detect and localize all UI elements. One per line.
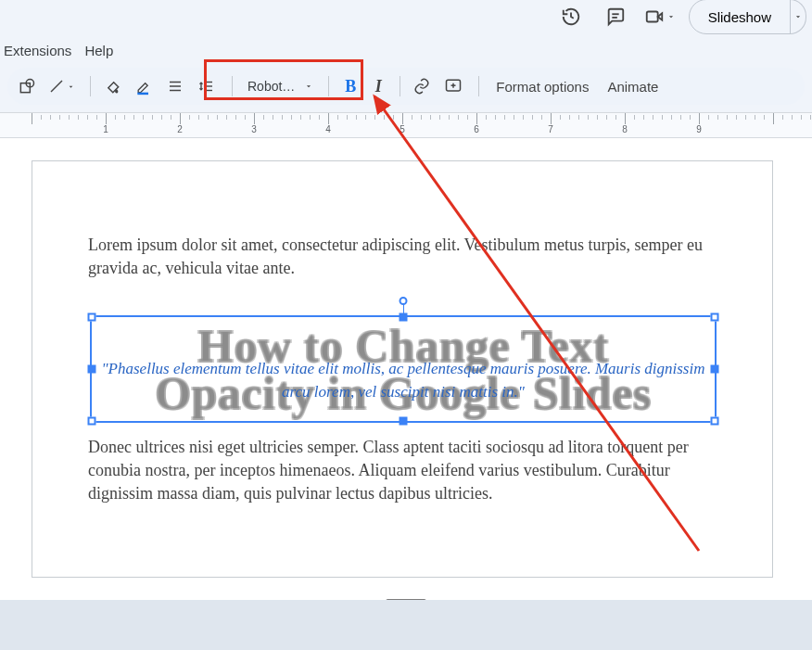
menu-bar: Extensions Help	[0, 33, 812, 64]
ruler-label: 4	[325, 124, 331, 134]
body-paragraph-1: Lorem ipsum dolor sit amet, consectetur …	[88, 234, 718, 280]
ruler-label: 5	[400, 124, 405, 134]
slideshow-button[interactable]: Slideshow	[689, 0, 791, 34]
history-icon[interactable]	[555, 1, 587, 32]
separator	[90, 76, 91, 96]
canvas: Lorem ipsum dolor sit amet, consectetur …	[0, 138, 812, 639]
separator	[328, 76, 329, 96]
line-spacing-icon[interactable]	[193, 72, 221, 100]
align-icon[interactable]	[161, 72, 189, 100]
font-picker[interactable]: Robot…	[240, 72, 321, 100]
shape-tool-icon[interactable]	[13, 72, 41, 100]
svg-rect-14	[447, 80, 461, 91]
handle-ne[interactable]	[711, 313, 719, 322]
menu-help[interactable]: Help	[84, 43, 113, 58]
svg-rect-2	[646, 12, 657, 22]
handle-sw[interactable]	[88, 417, 96, 426]
fill-color-icon[interactable]	[98, 72, 126, 100]
ruler-label: 7	[548, 124, 553, 134]
bold-button[interactable]: B	[336, 72, 364, 100]
ruler: 123456789	[0, 112, 812, 138]
footer-band	[0, 600, 812, 650]
animate-button[interactable]: Animate	[598, 72, 667, 100]
body-paragraph-2: Donec ultrices nisi eget ultricies sempe…	[88, 436, 718, 506]
menu-extensions[interactable]: Extensions	[4, 43, 71, 58]
separator	[400, 76, 400, 96]
insert-link-icon[interactable]	[408, 72, 436, 100]
ruler-label: 1	[103, 124, 108, 134]
ruler-label: 3	[251, 124, 257, 134]
rotate-handle[interactable]	[400, 297, 408, 305]
handle-se[interactable]	[711, 417, 719, 426]
handle-nw[interactable]	[88, 313, 96, 322]
svg-rect-4	[20, 83, 30, 93]
ruler-label: 9	[696, 124, 702, 134]
ruler-label: 8	[622, 124, 628, 134]
meet-icon[interactable]	[644, 1, 676, 32]
slide[interactable]: Lorem ipsum dolor sit amet, consectetur …	[32, 160, 773, 578]
svg-rect-7	[137, 93, 148, 96]
chevron-down-icon	[304, 82, 313, 91]
insert-comment-icon[interactable]	[439, 72, 467, 100]
selected-wordart-box[interactable]: How to Change Text Opacity in Google Sli…	[90, 315, 717, 423]
separator	[232, 76, 233, 96]
svg-point-5	[26, 80, 33, 87]
font-name-label: Robot…	[247, 79, 295, 94]
line-tool-icon[interactable]	[44, 72, 79, 100]
separator	[478, 76, 479, 96]
quote-text: "Phasellus elementum tellus vitae elit m…	[92, 358, 715, 403]
svg-line-6	[51, 81, 62, 92]
comments-icon[interactable]	[600, 1, 631, 32]
slideshow-label: Slideshow	[708, 9, 771, 25]
format-options-button[interactable]: Format options	[487, 72, 598, 100]
slideshow-dropdown[interactable]	[790, 0, 806, 34]
ruler-label: 2	[177, 124, 183, 134]
toolbar: Robot… B I Format options Animate	[7, 68, 805, 105]
highlight-color-icon[interactable]	[130, 72, 158, 100]
italic-button[interactable]: I	[364, 72, 392, 100]
ruler-label: 6	[474, 124, 479, 134]
